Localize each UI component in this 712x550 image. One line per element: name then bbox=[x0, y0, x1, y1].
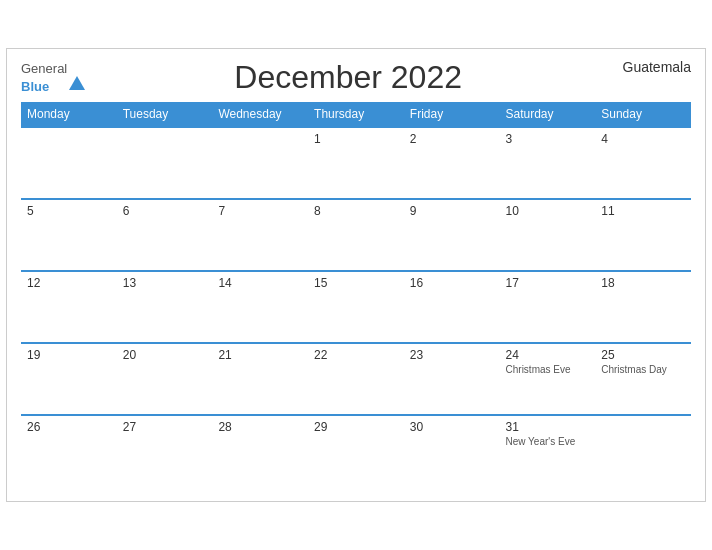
calendar-cell: 17 bbox=[500, 271, 596, 343]
calendar-cell: 21 bbox=[212, 343, 308, 415]
calendar-cell bbox=[212, 127, 308, 199]
day-number: 24 bbox=[506, 348, 590, 362]
calendar-cell: 13 bbox=[117, 271, 213, 343]
calendar-cell: 5 bbox=[21, 199, 117, 271]
day-number: 14 bbox=[218, 276, 302, 290]
day-number: 19 bbox=[27, 348, 111, 362]
calendar-cell: 10 bbox=[500, 199, 596, 271]
day-number: 25 bbox=[601, 348, 685, 362]
calendar-cell: 27 bbox=[117, 415, 213, 487]
day-number: 26 bbox=[27, 420, 111, 434]
calendar-header: General Blue December 2022 Guatemala bbox=[21, 59, 691, 96]
event-label: New Year's Eve bbox=[506, 436, 590, 447]
calendar-cell: 7 bbox=[212, 199, 308, 271]
calendar-cell: 1 bbox=[308, 127, 404, 199]
weekday-header-monday: Monday bbox=[21, 102, 117, 127]
calendar-cell: 12 bbox=[21, 271, 117, 343]
calendar-title: December 2022 bbox=[85, 59, 611, 96]
week-row-2: 12131415161718 bbox=[21, 271, 691, 343]
calendar-cell: 30 bbox=[404, 415, 500, 487]
week-row-1: 567891011 bbox=[21, 199, 691, 271]
weekday-header-tuesday: Tuesday bbox=[117, 102, 213, 127]
week-row-4: 262728293031New Year's Eve bbox=[21, 415, 691, 487]
day-number: 15 bbox=[314, 276, 398, 290]
day-number: 10 bbox=[506, 204, 590, 218]
day-number: 16 bbox=[410, 276, 494, 290]
calendar-cell bbox=[595, 415, 691, 487]
calendar-cell: 4 bbox=[595, 127, 691, 199]
calendar-cell: 3 bbox=[500, 127, 596, 199]
calendar-cell: 14 bbox=[212, 271, 308, 343]
day-number: 9 bbox=[410, 204, 494, 218]
calendar-cell: 19 bbox=[21, 343, 117, 415]
week-row-0: 1234 bbox=[21, 127, 691, 199]
calendar-cell: 9 bbox=[404, 199, 500, 271]
day-number: 27 bbox=[123, 420, 207, 434]
day-number: 5 bbox=[27, 204, 111, 218]
day-number: 3 bbox=[506, 132, 590, 146]
calendar-cell: 28 bbox=[212, 415, 308, 487]
calendar-cell: 18 bbox=[595, 271, 691, 343]
calendar-cell: 20 bbox=[117, 343, 213, 415]
calendar-cell: 31New Year's Eve bbox=[500, 415, 596, 487]
calendar-cell: 26 bbox=[21, 415, 117, 487]
day-number: 8 bbox=[314, 204, 398, 218]
calendar-cell: 11 bbox=[595, 199, 691, 271]
day-number: 21 bbox=[218, 348, 302, 362]
day-number: 20 bbox=[123, 348, 207, 362]
calendar-cell: 29 bbox=[308, 415, 404, 487]
day-number: 28 bbox=[218, 420, 302, 434]
weekday-header-row: MondayTuesdayWednesdayThursdayFridaySatu… bbox=[21, 102, 691, 127]
weekday-header-friday: Friday bbox=[404, 102, 500, 127]
calendar-cell: 2 bbox=[404, 127, 500, 199]
country-label: Guatemala bbox=[611, 59, 691, 75]
event-label: Christmas Day bbox=[601, 364, 685, 375]
day-number: 13 bbox=[123, 276, 207, 290]
weekday-header-thursday: Thursday bbox=[308, 102, 404, 127]
calendar-cell: 24Christmas Eve bbox=[500, 343, 596, 415]
logo-blue-text: Blue bbox=[21, 79, 49, 94]
day-number: 18 bbox=[601, 276, 685, 290]
event-label: Christmas Eve bbox=[506, 364, 590, 375]
day-number: 6 bbox=[123, 204, 207, 218]
day-number: 1 bbox=[314, 132, 398, 146]
logo-general-text: General bbox=[21, 61, 67, 76]
calendar-cell bbox=[117, 127, 213, 199]
calendar-cell: 16 bbox=[404, 271, 500, 343]
weekday-header-wednesday: Wednesday bbox=[212, 102, 308, 127]
calendar-cell: 22 bbox=[308, 343, 404, 415]
calendar-cell: 15 bbox=[308, 271, 404, 343]
day-number: 29 bbox=[314, 420, 398, 434]
calendar-grid: MondayTuesdayWednesdayThursdayFridaySatu… bbox=[21, 102, 691, 487]
day-number: 31 bbox=[506, 420, 590, 434]
weekday-header-saturday: Saturday bbox=[500, 102, 596, 127]
logo: General Blue bbox=[21, 59, 85, 94]
day-number: 17 bbox=[506, 276, 590, 290]
week-row-3: 192021222324Christmas Eve25Christmas Day bbox=[21, 343, 691, 415]
day-number: 22 bbox=[314, 348, 398, 362]
calendar-cell: 6 bbox=[117, 199, 213, 271]
calendar-cell: 8 bbox=[308, 199, 404, 271]
day-number: 2 bbox=[410, 132, 494, 146]
calendar-cell: 25Christmas Day bbox=[595, 343, 691, 415]
day-number: 30 bbox=[410, 420, 494, 434]
logo-triangle-icon bbox=[69, 59, 85, 90]
day-number: 11 bbox=[601, 204, 685, 218]
day-number: 4 bbox=[601, 132, 685, 146]
day-number: 23 bbox=[410, 348, 494, 362]
day-number: 7 bbox=[218, 204, 302, 218]
day-number: 12 bbox=[27, 276, 111, 290]
calendar-cell: 23 bbox=[404, 343, 500, 415]
calendar-cell bbox=[21, 127, 117, 199]
calendar-container: General Blue December 2022 Guatemala Mon… bbox=[6, 48, 706, 502]
weekday-header-sunday: Sunday bbox=[595, 102, 691, 127]
